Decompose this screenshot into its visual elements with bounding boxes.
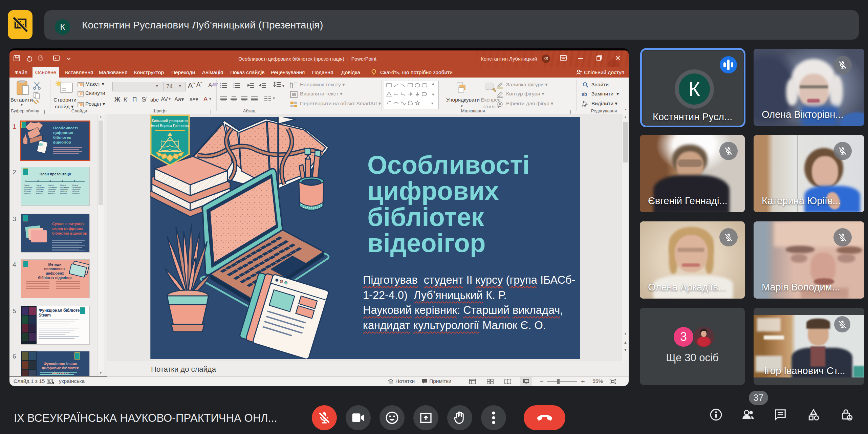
svg-text:імені Бориса Грінченка: імені Бориса Грінченка [151,124,189,128]
svg-text:Київський університет: Київський університет [152,118,188,123]
